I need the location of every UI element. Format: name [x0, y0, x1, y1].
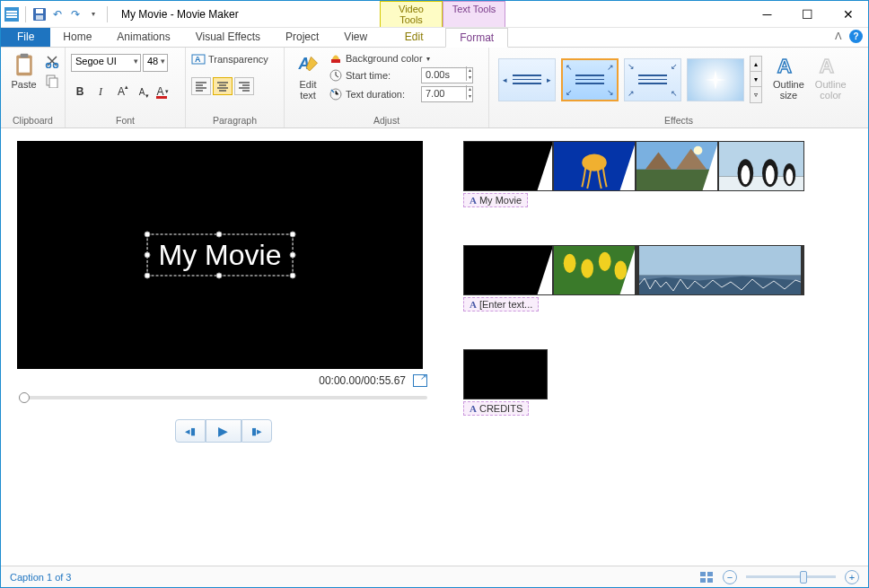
svg-rect-43: [707, 572, 713, 576]
text-duration-label: Text duration:: [346, 89, 417, 100]
animations-tab[interactable]: Animations: [104, 28, 182, 47]
maximize-button[interactable]: ☐: [787, 1, 828, 27]
minimize-button[interactable]: ─: [747, 1, 787, 27]
align-center-button[interactable]: [213, 77, 233, 95]
close-button[interactable]: ✕: [828, 1, 868, 27]
clip-title[interactable]: [463, 141, 553, 191]
clip-video-audio[interactable]: [636, 245, 804, 295]
seek-slider[interactable]: [19, 396, 427, 399]
text-tools-tab[interactable]: Text Tools: [443, 1, 505, 27]
text-duration-input[interactable]: 7.00: [421, 86, 473, 102]
svg-point-26: [694, 146, 703, 155]
start-time-input[interactable]: 0.00s: [421, 67, 473, 83]
svg-rect-6: [36, 15, 43, 20]
preview-viewport[interactable]: My Movie: [17, 141, 423, 369]
italic-button[interactable]: I: [92, 83, 110, 101]
help-icon[interactable]: ?: [849, 30, 863, 43]
collapse-ribbon-icon[interactable]: ᐱ: [835, 31, 842, 42]
zoom-in-button[interactable]: +: [845, 570, 859, 584]
effect-item-4[interactable]: [687, 58, 744, 101]
transparency-button[interactable]: A Transparency: [191, 52, 268, 66]
clip-tulips[interactable]: [553, 245, 636, 295]
undo-icon[interactable]: ↶: [50, 7, 65, 22]
zoom-out-button[interactable]: −: [723, 570, 737, 584]
svg-point-37: [581, 259, 593, 277]
svg-point-39: [615, 260, 628, 279]
edit-text-button[interactable]: A Edit text: [290, 50, 326, 102]
redo-icon[interactable]: ↷: [68, 7, 83, 22]
clip-penguins[interactable]: [718, 141, 804, 191]
svg-rect-2: [6, 13, 17, 15]
svg-point-34: [786, 169, 793, 184]
effects-gallery[interactable]: ◂▸ ↖↗ ↙↘ ↘↙ ↗↖ ▴▾▿: [495, 50, 766, 109]
font-size-select[interactable]: 48: [143, 54, 168, 72]
effect-item-1[interactable]: ◂▸: [498, 58, 556, 101]
adjust-group-label: Adjust: [290, 114, 483, 127]
svg-rect-5: [36, 9, 43, 13]
svg-rect-40: [639, 246, 801, 276]
paste-button[interactable]: Paste: [6, 50, 41, 92]
svg-point-38: [599, 252, 611, 271]
time-display: 00:00.00/00:55.67: [319, 374, 406, 387]
grow-font-button[interactable]: A▴: [112, 83, 130, 101]
align-left-button[interactable]: [191, 77, 211, 95]
video-tools-tab[interactable]: Video Tools: [380, 1, 443, 27]
font-color-button[interactable]: A▾: [154, 83, 171, 101]
project-tab[interactable]: Project: [273, 28, 331, 47]
clock-icon: [329, 69, 342, 82]
home-tab[interactable]: Home: [50, 28, 104, 47]
svg-rect-44: [700, 578, 706, 583]
format-tab[interactable]: Format: [445, 28, 508, 48]
start-time-label: Start time:: [346, 70, 417, 81]
copy-icon[interactable]: [45, 74, 59, 88]
paragraph-group-label: Paragraph: [191, 114, 278, 127]
zoom-slider[interactable]: [746, 575, 836, 578]
font-name-select[interactable]: Segoe UI: [71, 54, 141, 72]
background-color-button[interactable]: Background color ▾: [329, 52, 473, 65]
timeline[interactable]: AMy Movie A[Enter text... ACREDITS: [445, 128, 868, 566]
font-group-label: Font: [71, 114, 180, 127]
clip-landscape[interactable]: [636, 141, 718, 191]
clip-black2[interactable]: [463, 245, 553, 295]
effect-item-2[interactable]: ↖↗ ↙↘: [561, 58, 619, 101]
caption-tag-1[interactable]: AMy Movie: [463, 193, 528, 207]
effect-item-3[interactable]: ↘↙ ↗↖: [624, 58, 681, 101]
fullscreen-button[interactable]: [413, 374, 427, 387]
visual-effects-tab[interactable]: Visual Effects: [183, 28, 273, 47]
bold-button[interactable]: B: [71, 83, 89, 101]
svg-rect-17: [331, 59, 340, 63]
qat-dropdown-icon[interactable]: ▾: [86, 7, 101, 22]
edit-tab[interactable]: Edit: [382, 28, 445, 47]
window-title: My Movie - Movie Maker: [121, 8, 239, 21]
svg-text:A: A: [777, 55, 792, 77]
clip-jellyfish[interactable]: [553, 141, 636, 191]
play-button[interactable]: ▶: [206, 419, 241, 443]
clipboard-group-label: Clipboard: [6, 114, 59, 127]
svg-rect-42: [700, 572, 706, 576]
thumbnails-view-icon[interactable]: [699, 571, 714, 584]
outline-size-button[interactable]: A Outline size: [769, 50, 808, 102]
effects-group-label: Effects: [495, 114, 863, 127]
svg-rect-8: [18, 58, 29, 73]
align-right-button[interactable]: [234, 77, 254, 95]
view-tab[interactable]: View: [331, 28, 380, 47]
gallery-scroll[interactable]: ▴▾▿: [750, 56, 762, 103]
svg-point-30: [741, 165, 750, 184]
svg-text:A: A: [195, 55, 201, 64]
svg-rect-25: [636, 170, 717, 190]
next-frame-button[interactable]: ▮▸: [241, 419, 272, 443]
svg-rect-13: [49, 78, 57, 88]
save-icon[interactable]: [32, 7, 47, 22]
separator: [25, 6, 26, 22]
caption-tag-2[interactable]: A[Enter text...: [463, 297, 539, 312]
file-tab[interactable]: File: [1, 28, 50, 47]
svg-point-36: [564, 254, 576, 273]
shrink-font-button[interactable]: A▾: [133, 83, 151, 101]
clip-credits[interactable]: [463, 349, 548, 399]
prev-frame-button[interactable]: ◂▮: [175, 419, 206, 443]
caption-tag-3[interactable]: ACREDITS: [463, 401, 529, 416]
status-caption-count: Caption 1 of 3: [10, 572, 72, 583]
svg-rect-9: [20, 54, 28, 57]
title-text-box[interactable]: My Movie: [147, 234, 294, 276]
cut-icon[interactable]: [45, 54, 59, 68]
